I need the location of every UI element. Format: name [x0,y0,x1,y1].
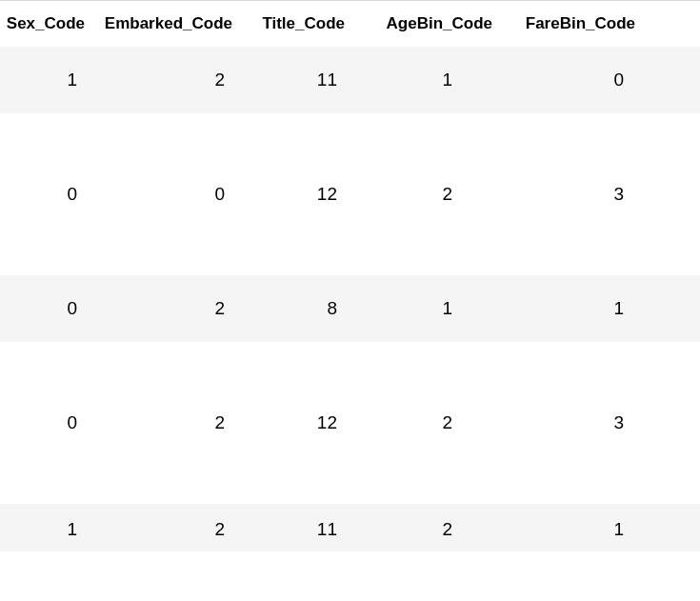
cell-agebin-code: 1 [352,298,500,319]
table-row: 0 2 12 2 3 [0,390,700,456]
cell-agebin-code: 2 [352,184,500,205]
cell-embarked-code: 2 [92,519,240,540]
cell-embarked-code: 2 [92,412,240,433]
header-embarked-code: Embarked_Code [92,14,240,33]
data-table: Sex_Code Embarked_Code Title_Code AgeBin… [0,0,700,551]
cell-sex-code: 0 [0,184,92,205]
header-farebin-code: FareBin_Code [500,14,643,33]
cell-farebin-code: 1 [500,519,643,540]
table-row: 0 2 8 1 1 [0,275,700,342]
cell-title-code: 8 [240,298,352,319]
cell-sex-code: 0 [0,412,92,433]
cell-agebin-code: 1 [352,70,500,90]
cell-farebin-code: 1 [500,298,643,319]
cell-farebin-code: 3 [500,412,643,433]
cell-title-code: 12 [240,184,352,205]
header-sex-code: Sex_Code [0,14,92,33]
cell-title-code: 11 [240,519,352,540]
cell-embarked-code: 2 [92,70,240,90]
cell-sex-code: 0 [0,298,92,319]
cell-sex-code: 1 [0,70,92,90]
cell-farebin-code: 0 [500,70,643,90]
table-header-row: Sex_Code Embarked_Code Title_Code AgeBin… [0,0,700,47]
table-row: 1 2 11 2 1 [0,504,700,551]
cell-agebin-code: 2 [352,519,500,540]
table-row: 1 2 11 1 0 [0,47,700,113]
cell-farebin-code: 3 [500,184,643,205]
cell-title-code: 11 [240,70,352,90]
table-row: 0 0 12 2 3 [0,161,700,228]
cell-embarked-code: 0 [92,184,240,205]
cell-sex-code: 1 [0,519,92,540]
cell-title-code: 12 [240,412,352,433]
cell-agebin-code: 2 [352,412,500,433]
header-agebin-code: AgeBin_Code [352,14,500,33]
header-title-code: Title_Code [240,14,352,33]
cell-embarked-code: 2 [92,298,240,319]
